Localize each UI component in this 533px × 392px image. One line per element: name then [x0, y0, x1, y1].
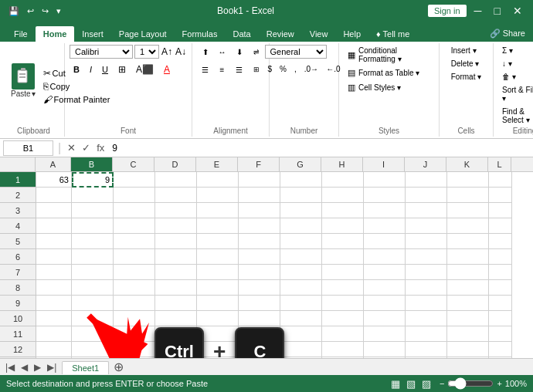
row-num-5[interactable]: 5 — [0, 234, 36, 249]
cell-e10[interactable] — [197, 311, 239, 326]
cell-i12[interactable] — [364, 342, 406, 357]
cell-k5[interactable] — [447, 234, 489, 249]
tab-view[interactable]: View — [302, 26, 336, 42]
cell-c13[interactable] — [114, 357, 155, 358]
cell-h6[interactable] — [322, 249, 364, 265]
col-header-h[interactable]: H — [321, 157, 363, 171]
font-family-select[interactable]: Calibri — [70, 45, 133, 59]
cell-k11[interactable] — [447, 326, 489, 342]
col-header-c[interactable]: C — [113, 157, 154, 171]
add-sheet-button[interactable]: ⊕ — [109, 360, 128, 374]
cell-h7[interactable] — [322, 265, 364, 280]
cell-f8[interactable] — [239, 280, 280, 296]
cell-e4[interactable] — [197, 218, 239, 234]
cell-j11[interactable] — [406, 326, 447, 342]
cell-c5[interactable] — [114, 234, 155, 249]
cell-g8[interactable] — [280, 280, 322, 296]
decrease-font-btn[interactable]: A↓ — [175, 46, 187, 58]
format-as-table-btn[interactable]: ▤ Format as Table ▾ — [344, 66, 434, 79]
cell-d4[interactable] — [155, 218, 197, 234]
clear-button[interactable]: 🗑 ▾ — [498, 71, 533, 83]
align-top-btn[interactable]: ⬆ — [198, 45, 213, 59]
cell-b5[interactable] — [72, 234, 114, 249]
sheet-nav-first[interactable]: |◀ — [3, 362, 17, 373]
cell-d9[interactable] — [155, 296, 197, 311]
customize-quick-access[interactable]: ▾ — [54, 5, 63, 17]
align-bottom-btn[interactable]: ⬇ — [232, 45, 247, 59]
cell-g12[interactable] — [280, 342, 322, 357]
cell-f3[interactable] — [239, 203, 280, 218]
cell-i6[interactable] — [364, 249, 406, 265]
cell-e9[interactable] — [197, 296, 239, 311]
cell-k4[interactable] — [447, 218, 489, 234]
col-header-k[interactable]: K — [446, 157, 488, 171]
cell-e1[interactable] — [197, 172, 239, 188]
cell-f7[interactable] — [239, 265, 280, 280]
tab-page-layout[interactable]: Page Layout — [111, 26, 175, 42]
cell-c6[interactable] — [114, 249, 155, 265]
border-button[interactable]: ⊞ — [114, 63, 130, 76]
cell-b7[interactable] — [72, 265, 114, 280]
cell-j13[interactable] — [406, 357, 447, 358]
col-header-l[interactable]: L — [488, 157, 511, 171]
cell-h13[interactable] — [322, 357, 364, 358]
cell-a5[interactable] — [36, 234, 72, 249]
cell-f2[interactable] — [239, 188, 280, 203]
tab-file[interactable]: File — [6, 26, 36, 42]
conditional-formatting-btn[interactable]: ▦ Conditional Formatting ▾ — [344, 45, 434, 65]
save-quick-btn[interactable]: 💾 — [6, 5, 22, 17]
cell-l5[interactable] — [489, 234, 512, 249]
cell-b13[interactable] — [72, 357, 114, 358]
cell-j7[interactable] — [406, 265, 447, 280]
normal-view-btn[interactable]: ▦ — [389, 378, 402, 390]
cell-c4[interactable] — [114, 218, 155, 234]
cell-l11[interactable] — [489, 326, 512, 342]
sort-filter-button[interactable]: Sort & Filter ▾ — [498, 84, 533, 104]
cell-c12[interactable] — [114, 342, 155, 357]
cell-a13[interactable] — [36, 357, 72, 358]
cell-e7[interactable] — [197, 265, 239, 280]
cell-f1[interactable] — [239, 172, 280, 188]
cell-h2[interactable] — [322, 188, 364, 203]
cell-k8[interactable] — [447, 280, 489, 296]
cell-i8[interactable] — [364, 280, 406, 296]
minimize-button[interactable]: ─ — [470, 5, 487, 17]
cell-a9[interactable] — [36, 296, 72, 311]
row-num-3[interactable]: 3 — [0, 203, 36, 218]
tab-data[interactable]: Data — [225, 26, 258, 42]
percent-btn[interactable]: % — [277, 63, 290, 75]
paste-button[interactable] — [12, 63, 35, 90]
row-num-9[interactable]: 9 — [0, 296, 36, 311]
cell-l12[interactable] — [489, 342, 512, 357]
cell-styles-btn[interactable]: ▥ Cell Styles ▾ — [344, 81, 434, 94]
cell-g4[interactable] — [280, 218, 322, 234]
delete-cells-btn[interactable]: Delete ▾ — [447, 58, 485, 69]
col-header-d[interactable]: D — [154, 157, 196, 171]
cell-j6[interactable] — [406, 249, 447, 265]
cell-f10[interactable] — [239, 311, 280, 326]
cell-c9[interactable] — [114, 296, 155, 311]
cell-g11[interactable] — [280, 326, 322, 342]
fill-color-button[interactable]: A⬛ — [132, 63, 158, 76]
cell-c8[interactable] — [114, 280, 155, 296]
cell-g7[interactable] — [280, 265, 322, 280]
cell-h12[interactable] — [322, 342, 364, 357]
currency-btn[interactable]: $ — [265, 63, 276, 75]
font-color-button[interactable]: A — [160, 63, 174, 76]
zoom-slider[interactable] — [447, 380, 494, 387]
maximize-button[interactable]: □ — [490, 5, 505, 17]
cell-l10[interactable] — [489, 311, 512, 326]
cell-i9[interactable] — [364, 296, 406, 311]
cell-c11[interactable] — [114, 326, 155, 342]
cell-l7[interactable] — [489, 265, 512, 280]
cell-h3[interactable] — [322, 203, 364, 218]
cell-i10[interactable] — [364, 311, 406, 326]
cell-a1[interactable]: 63 — [36, 172, 72, 188]
row-num-1[interactable]: 1 — [0, 172, 36, 188]
cell-i13[interactable] — [364, 357, 406, 358]
cell-k13[interactable] — [447, 357, 489, 358]
align-left-btn[interactable]: ☰ — [198, 63, 213, 76]
cell-h4[interactable] — [322, 218, 364, 234]
row-num-12[interactable]: 12 — [0, 342, 36, 357]
tab-share[interactable]: 🔗 Share — [482, 25, 533, 42]
